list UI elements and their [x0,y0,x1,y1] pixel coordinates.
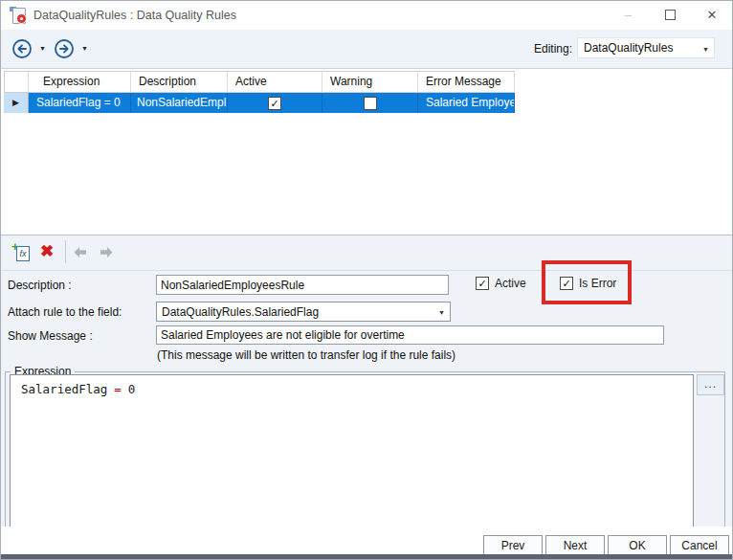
editing-label: Editing: [534,42,572,56]
cell-warning[interactable] [322,93,418,113]
active-checkbox-label: Active [495,277,526,290]
add-rule-icon[interactable]: fx + [11,242,33,263]
window-title: DataQualityRules : Data Quality Rules [33,9,236,22]
expression-builder-button[interactable]: ... [697,374,724,395]
show-message-field[interactable] [156,325,664,345]
column-header-warning[interactable]: Warning [322,71,418,93]
column-header-error-message[interactable]: Error Message [418,71,515,93]
message-note: (This message will be written to transfe… [157,348,455,362]
warning-grid-checkbox[interactable] [364,97,377,110]
minimize-icon[interactable]: – [611,1,644,30]
column-header-description[interactable]: Description [131,71,228,93]
expression-operator: = [114,382,122,396]
expression-editor[interactable]: SalariedFlag=0 [10,374,694,527]
attach-field-value: DataQualityRules.SalariedFlag [162,305,319,319]
title-bar: DataQualityRules : Data Quality Rules – … [1,1,732,30]
cell-error-message[interactable]: Salaried Employe... [418,93,515,113]
footer-button-bar: Prev Next OK Cancel [1,526,732,554]
rule-editor-panel: fx + ✖ Description : ✓ Active ✓ Is Error… [1,235,732,554]
data-quality-rules-icon [10,7,26,23]
editing-value: DataQualityRules [584,41,673,55]
attach-rule-label: Attach rule to the field: [8,305,122,319]
attach-field-combobox[interactable]: DataQualityRules.SalariedFlag ▼ [156,302,451,322]
forward-icon[interactable] [54,38,75,59]
editing-combobox[interactable]: DataQualityRules ▼ [577,37,715,58]
expression-rhs: 0 [128,382,136,396]
navigation-toolbar: ▼ ▼ Editing: DataQualityRules ▼ [1,30,732,69]
toolbar-separator [65,240,66,263]
delete-rule-icon[interactable]: ✖ [40,241,54,262]
row-selector-cell[interactable]: ▶ [4,93,29,113]
rules-grid: Expression Description Active Warning Er… [1,69,732,234]
forward-dropdown-icon[interactable]: ▼ [81,45,88,52]
description-field[interactable] [156,275,449,295]
column-header-active[interactable]: Active [228,71,322,93]
back-dropdown-icon[interactable]: ▼ [39,45,46,52]
close-icon[interactable]: ✕ [696,1,728,30]
window-bottom-edge [1,554,732,559]
active-grid-checkbox[interactable]: ✓ [268,97,281,110]
table-row[interactable]: ▶ SalariedFlag = 0 NonSalariedEmpl... ✓ … [4,93,515,113]
data-quality-rules-dialog: DataQualityRules : Data Quality Rules – … [0,0,733,560]
grid-header-row: Expression Description Active Warning Er… [4,71,515,93]
next-rule-arrow-icon[interactable] [99,246,114,261]
maximize-icon[interactable] [654,1,686,30]
cell-description[interactable]: NonSalariedEmpl... [131,93,228,113]
row-pointer-icon: ▶ [12,93,19,113]
column-header-expression[interactable]: Expression [29,71,131,93]
expression-lhs: SalariedFlag [21,382,107,396]
cell-active[interactable]: ✓ [228,93,322,113]
chevron-down-icon: ▼ [438,309,445,316]
plus-icon: + [11,239,19,254]
description-label: Description : [8,279,72,292]
show-message-label: Show Message : [8,329,93,343]
is-error-highlight-annotation [542,260,632,304]
back-icon[interactable] [11,38,33,59]
cell-expression[interactable]: SalariedFlag = 0 [29,93,131,113]
previous-rule-arrow-icon[interactable] [73,246,88,261]
grid-corner-cell [4,71,29,93]
active-checkbox-group[interactable]: ✓ Active [476,277,526,290]
active-checkbox[interactable]: ✓ [476,277,489,290]
chevron-down-icon: ▼ [702,46,709,53]
